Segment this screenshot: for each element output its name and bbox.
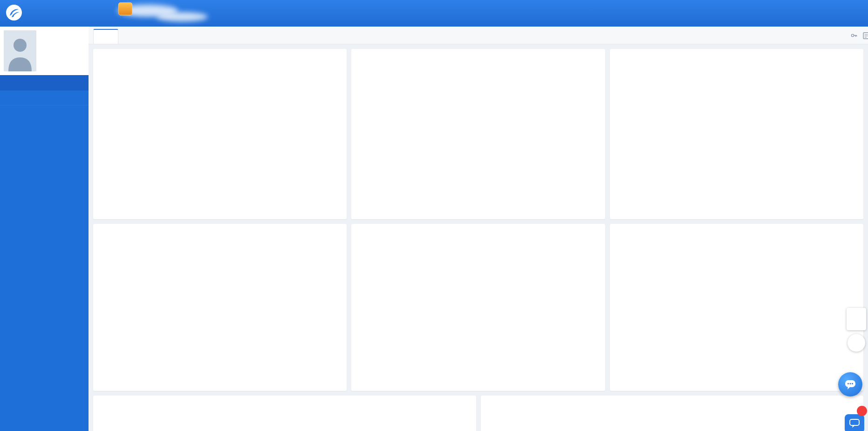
panel-project-count-chart: [93, 396, 476, 431]
dashboard-grid: [89, 44, 868, 391]
fanpu-logo: [6, 4, 27, 21]
phone-widget[interactable]: [847, 334, 865, 352]
application-list: [93, 69, 347, 84]
chat-bubble-icon: [844, 378, 856, 390]
panel-header: [351, 224, 605, 243]
clipboard-icon[interactable]: [862, 32, 868, 39]
portal-button[interactable]: [111, 2, 140, 16]
home-icon: [118, 2, 132, 15]
tab-bar: [89, 27, 868, 44]
app-root: [0, 0, 868, 431]
top-header: [0, 0, 868, 27]
tab-bar-tools: [850, 32, 868, 39]
chart-area: [610, 243, 863, 385]
sidebar-menu-item[interactable]: [0, 90, 89, 105]
direct-cost-donut-chart: [142, 243, 342, 389]
fanpu-logo-icon: [6, 4, 22, 21]
notice-list: [610, 69, 863, 84]
cloud-decoration: [157, 12, 208, 21]
panel-header: [93, 396, 476, 415]
panel-header: [93, 224, 347, 243]
indirect-cost-donut-chart: [398, 243, 603, 389]
panel-my-applications: [93, 49, 347, 219]
panel-lease-funnel-chart: [610, 224, 863, 391]
chart-area: [351, 243, 605, 391]
panel-machine-cost-chart: [481, 396, 864, 431]
panel-header: [610, 49, 863, 69]
sidebar: [0, 27, 89, 431]
bar-chart-area: [93, 415, 476, 431]
avatar-placeholder: [4, 30, 36, 71]
panel-header: [481, 396, 864, 415]
tab-daily-work[interactable]: [93, 29, 118, 44]
cert-widget[interactable]: [847, 308, 866, 330]
panel-header: [351, 49, 605, 69]
panel-my-todos: [351, 49, 605, 219]
list-item[interactable]: [100, 70, 340, 84]
avatar: [4, 30, 36, 71]
chart-legend: [351, 243, 398, 391]
todo-list: [351, 69, 605, 84]
message-widget[interactable]: [845, 414, 864, 431]
main-content: [89, 27, 868, 431]
chat-widget[interactable]: [838, 372, 862, 396]
sidebar-menu: [0, 90, 89, 105]
chart-legend: [93, 243, 142, 391]
panel-header: [93, 49, 347, 69]
list-item[interactable]: [616, 70, 857, 84]
message-bubble-icon: [849, 419, 860, 428]
key-icon[interactable]: [850, 32, 858, 39]
panel-header: [610, 224, 863, 243]
sidebar-section-header: [0, 75, 89, 90]
profile-card: [0, 27, 89, 75]
dashboard-grid-bottom: [89, 391, 868, 431]
panel-notices: [610, 49, 863, 219]
panel-direct-cost-chart: [93, 224, 347, 391]
chart-area: [93, 243, 347, 391]
line-chart-area: [481, 415, 864, 431]
panel-indirect-cost-chart: [351, 224, 605, 391]
lease-funnel-chart: [620, 254, 853, 385]
notification-badge: [857, 406, 867, 416]
list-item[interactable]: [358, 70, 598, 84]
